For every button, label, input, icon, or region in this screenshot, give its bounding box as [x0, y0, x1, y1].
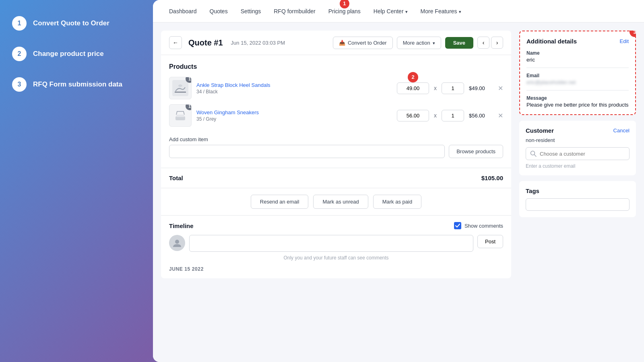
product-info-2: Woven Gingham Sneakers 35 / Grey: [196, 109, 392, 122]
product-info-1: Ankle Strap Block Heel Sandals 34 / Blac…: [196, 82, 392, 95]
step3-badge: 3: [630, 31, 636, 37]
back-button[interactable]: ←: [169, 36, 182, 49]
save-button[interactable]: Save: [445, 37, 473, 49]
nav-quotes[interactable]: Quotes: [210, 8, 228, 14]
name-value: eric: [526, 57, 629, 63]
browse-products-button[interactable]: Browse products: [449, 145, 503, 158]
total-label: Total: [169, 175, 183, 181]
show-comments-label: Show comments: [464, 223, 503, 229]
sidebar-item-1[interactable]: 1 Convert Quote to Order: [12, 16, 141, 31]
more-action-chevron-icon: [433, 40, 435, 46]
download-icon: 📥: [339, 40, 345, 46]
sidebar-label-1: Convert Quote to Order: [33, 19, 109, 27]
message-label: Message: [526, 95, 629, 101]
product-price-wrapper-1: 2: [397, 82, 429, 94]
message-field: Message Please give me better price for …: [526, 95, 629, 108]
user-icon: [173, 239, 182, 247]
add-custom-section: Add custom item Browse products: [169, 132, 503, 160]
quote-area: ← Quote #1 Jun 15, 2022 03:03 PM 📥 Conve…: [161, 31, 511, 354]
action-buttons-section: Resend an email Mark as unread Mark as p…: [161, 188, 511, 216]
nav-more-features[interactable]: More Features: [421, 8, 461, 14]
customer-header: Customer Cancel: [526, 127, 630, 134]
multiply-icon-2: x: [434, 112, 437, 119]
search-icon: [530, 150, 537, 157]
main-area: Dashboard Quotes Settings RFQ formbuilde…: [153, 0, 644, 362]
nav-pricing-plans-wrapper: 1 Pricing plans: [328, 8, 361, 15]
comment-input[interactable]: [189, 235, 473, 252]
customer-search-row: [526, 147, 630, 160]
customer-search-input[interactable]: [540, 151, 625, 157]
top-nav: Dashboard Quotes Settings RFQ formbuilde…: [153, 0, 644, 23]
sidebar-label-3: RFQ Form submission data: [33, 80, 122, 88]
edit-link[interactable]: Edit: [620, 38, 629, 44]
nav-pricing-plans[interactable]: Pricing plans: [328, 8, 361, 14]
product-variant-2: 35 / Grey: [196, 116, 392, 122]
product-qty-input-2[interactable]: [442, 110, 464, 121]
nav-rfq[interactable]: RFQ formbuilder: [274, 8, 315, 14]
comment-note: Only you and your future staff can see c…: [169, 255, 503, 261]
customer-type: non-resident: [526, 137, 630, 143]
timeline-date: JUNE 15 2022: [169, 266, 503, 272]
product-link-1[interactable]: Ankle Strap Block Heel Sandals: [196, 82, 392, 88]
step2-badge: 2: [408, 72, 418, 82]
nav-step-badge-1: 1: [340, 0, 349, 8]
customer-card: Customer Cancel non-resident Enter a cus…: [519, 121, 636, 175]
cancel-link[interactable]: Cancel: [613, 128, 630, 134]
additional-details-header: Additional details Edit: [526, 38, 629, 45]
more-features-chevron-icon: [459, 8, 461, 14]
mark-paid-button[interactable]: Mark as paid: [373, 195, 421, 209]
show-comments-checkbox[interactable]: [454, 222, 461, 229]
header-actions: 📥 Convert to Order More action Save ‹ ›: [333, 37, 503, 49]
product-total-2: $56.00: [469, 113, 493, 119]
additional-details-title: Additional details: [526, 38, 577, 45]
left-sidebar: 1 Convert Quote to Order 2 Change produc…: [0, 0, 153, 362]
step-badge-1: 1: [12, 16, 27, 31]
page-header: ← Quote #1 Jun 15, 2022 03:03 PM 📥 Conve…: [161, 31, 511, 55]
nav-help-center[interactable]: Help Center: [374, 8, 408, 14]
step-badge-3: 3: [12, 77, 27, 92]
sidebar-item-2[interactable]: 2 Change product price: [12, 47, 141, 61]
product-remove-2[interactable]: ✕: [498, 112, 503, 119]
checkmark-icon: [455, 224, 460, 228]
product-variant-1: 34 / Black: [196, 89, 392, 95]
sidebar-item-3[interactable]: 3 RFQ Form submission data: [12, 77, 141, 92]
nav-dashboard[interactable]: Dashboard: [169, 8, 197, 14]
prev-button[interactable]: ‹: [477, 37, 489, 49]
nav-arrows: ‹ ›: [477, 37, 503, 49]
svg-point-1: [178, 84, 182, 87]
tags-input[interactable]: [526, 198, 630, 211]
more-action-button[interactable]: More action: [397, 37, 441, 49]
svg-point-5: [175, 240, 179, 244]
email-label: Email: [526, 73, 629, 78]
convert-to-order-button[interactable]: 📥 Convert to Order: [333, 37, 393, 49]
product-qty-input-1[interactable]: [442, 82, 464, 94]
post-button[interactable]: Post: [477, 235, 503, 248]
name-field: Name eric: [526, 50, 629, 68]
resend-email-button[interactable]: Resend an email: [251, 195, 309, 209]
tags-title: Tags: [526, 187, 630, 194]
multiply-icon-1: x: [434, 85, 437, 91]
timeline-title: Timeline: [169, 222, 194, 229]
svg-rect-4: [176, 115, 184, 117]
product-price-input-2[interactable]: [397, 110, 429, 121]
nav-settings[interactable]: Settings: [241, 8, 261, 14]
page-body: ← Quote #1 Jun 15, 2022 03:03 PM 📥 Conve…: [153, 23, 644, 362]
custom-item-input[interactable]: [169, 145, 445, 158]
product-price-input-1[interactable]: [397, 82, 429, 94]
add-custom-row: Browse products: [169, 145, 503, 158]
total-value: $105.00: [481, 175, 503, 181]
avatar: [169, 235, 185, 251]
product-link-2[interactable]: Woven Gingham Sneakers: [196, 109, 392, 115]
sidebar-label-2: Change product price: [33, 50, 104, 58]
mark-unread-button[interactable]: Mark as unread: [313, 195, 368, 209]
table-row: 1 Woven Gingham Sneakers 35 / Grey x: [169, 104, 503, 127]
right-sidebar: 3 Additional details Edit Name eric Emai…: [519, 31, 636, 354]
next-button[interactable]: ›: [491, 37, 503, 49]
products-section: Products 1 Ankle Strap Block Heel Sand: [161, 55, 511, 168]
customer-email-hint: Enter a customer email: [526, 163, 630, 169]
product-image-2: 1: [169, 104, 192, 127]
table-row: 1 Ankle Strap Block Heel Sandals 34 / Bl…: [169, 77, 503, 99]
svg-line-7: [535, 155, 537, 157]
product-image-1: 1: [169, 77, 192, 99]
product-remove-1[interactable]: ✕: [498, 84, 503, 92]
